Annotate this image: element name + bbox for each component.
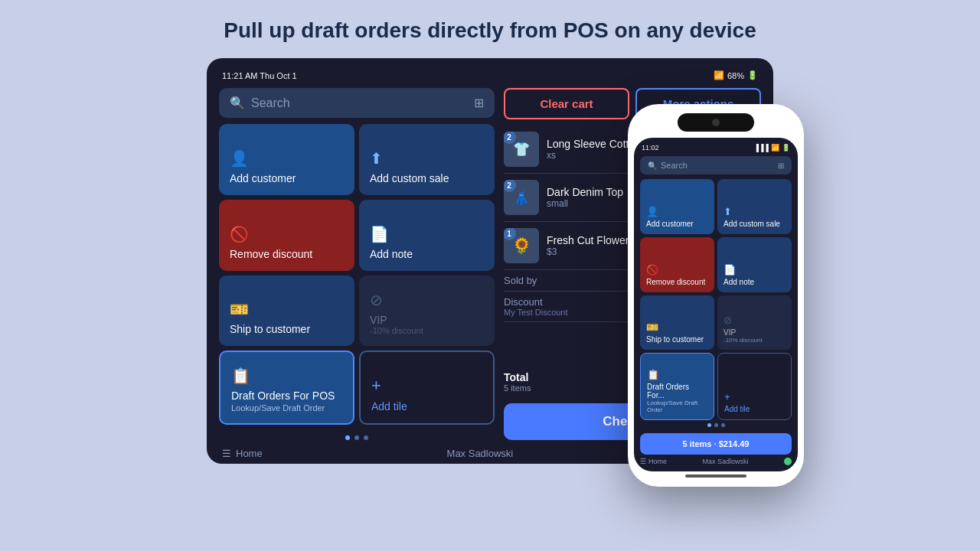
phone-page-dots: [640, 423, 792, 427]
vip-sublabel: -10% discount: [370, 326, 484, 335]
phone-tile-vip: ⊘ VIP -10% discount: [717, 295, 792, 350]
tile-add-customer[interactable]: 👤 Add customer: [219, 124, 354, 195]
tile-vip: ⊘ VIP -10% discount: [359, 276, 495, 347]
phone-search-left: 🔍 Search: [648, 161, 688, 170]
phone-home-label: Home: [648, 458, 667, 465]
barcode-icon[interactable]: ⊞: [474, 96, 484, 110]
phone-search-icon: 🔍: [648, 161, 657, 170]
phone-hamburger-icon: ☰: [640, 458, 646, 465]
discount-sublabel: My Test Discount: [504, 308, 568, 317]
total-info: Total 5 items: [504, 371, 531, 393]
phone-connected-dot: [784, 458, 792, 465]
tile-add-custom-sale[interactable]: ⬆ Add custom sale: [359, 124, 495, 195]
search-bar-left: 🔍 Search: [230, 96, 290, 110]
battery-bar: 🔋: [747, 70, 758, 80]
phone-add-note-icon: 📄: [724, 264, 786, 276]
add-tile-label: Add tile: [371, 400, 482, 412]
phone-wifi-icon: 📶: [771, 144, 779, 152]
vip-label: VIP: [370, 314, 484, 326]
sold-by-label: Sold by: [504, 275, 537, 286]
phone-status-right: ▐▐▐ 📶 🔋: [754, 144, 790, 152]
remove-discount-icon: 🚫: [230, 225, 344, 243]
phone-remove-discount-icon: 🚫: [646, 264, 708, 276]
phone-remove-discount-label: Remove discount: [646, 278, 708, 286]
add-note-label: Add note: [370, 248, 484, 260]
phone-tile-add-customer[interactable]: 👤 Add customer: [640, 179, 714, 234]
phone-status-bar: 11:02 ▐▐▐ 📶 🔋: [640, 144, 792, 152]
add-note-icon: 📄: [370, 225, 484, 243]
phone-draft-sublabel: Lookup/Save Draft Order: [647, 399, 707, 413]
phone-add-custom-sale-icon: ⬆: [724, 206, 786, 217]
phone-tile-add-custom-sale[interactable]: ⬆ Add custom sale: [717, 179, 792, 234]
phone-tile-add-note[interactable]: 📄 Add note: [717, 237, 792, 292]
draft-label: Draft Orders For POS: [231, 390, 342, 402]
tile-add-note[interactable]: 📄 Add note: [359, 200, 495, 271]
ship-icon: 🎫: [230, 300, 344, 318]
phone-battery-icon: 🔋: [782, 144, 790, 152]
phone-barcode-icon[interactable]: ⊞: [778, 161, 784, 170]
phone-tile-add-tile[interactable]: + Add tile: [717, 353, 792, 420]
item-image-1: 2 👕: [504, 132, 539, 167]
clear-cart-button[interactable]: Clear cart: [504, 88, 629, 119]
phone-add-customer-icon: 👤: [646, 206, 708, 217]
page-headline: Pull up draft orders directly from POS o…: [224, 18, 756, 43]
phone-vip-label: VIP: [724, 328, 786, 337]
tile-remove-discount[interactable]: 🚫 Remove discount: [219, 200, 354, 271]
phone-tiles-grid: 👤 Add customer ⬆ Add custom sale 🚫 Remov…: [640, 179, 792, 420]
phone-add-tile-icon: +: [724, 391, 785, 403]
discount-label: Discount: [504, 296, 568, 308]
left-panel: 🔍 Search ⊞ 👤 Add customer ⬆ Add cu: [219, 88, 495, 440]
phone-checkout-button[interactable]: 5 items · $214.49: [640, 433, 792, 455]
tablet-user-name: Max Sadlowski: [447, 448, 514, 459]
phone-time: 11:02: [642, 144, 659, 152]
phone-add-note-label: Add note: [724, 278, 786, 286]
home-label: Home: [236, 448, 263, 459]
front-camera: [712, 119, 720, 126]
phone-home-nav[interactable]: ☰ Home: [640, 458, 667, 465]
draft-sublabel: Lookup/Save Draft Order: [231, 403, 342, 412]
phone-tile-remove-discount[interactable]: 🚫 Remove discount: [640, 237, 714, 292]
phone-tile-ship[interactable]: 🎫 Ship to customer: [640, 295, 714, 350]
denim-icon: 👗: [513, 189, 530, 206]
flowers-icon: 🌻: [512, 238, 531, 253]
page-dots: [219, 435, 495, 440]
tile-draft-orders[interactable]: 📋 Draft Orders For POS Lookup/Save Draft…: [219, 350, 354, 425]
phone-ship-label: Ship to customer: [646, 335, 708, 344]
phone-notch: [678, 113, 754, 132]
phone-dot-3: [721, 423, 725, 427]
phone-search-text: Search: [661, 161, 688, 170]
remove-discount-label: Remove discount: [230, 248, 344, 260]
phone-bottom-bar: ☰ Home Max Sadlowski: [640, 458, 792, 465]
phone-add-custom-sale-label: Add custom sale: [724, 220, 786, 228]
phone-dot-1: [707, 423, 711, 427]
discount-info: Discount My Test Discount: [504, 296, 568, 317]
dot-2: [354, 435, 359, 440]
total-label: Total: [504, 371, 531, 383]
tile-ship-to-customer[interactable]: 🎫 Ship to customer: [219, 276, 354, 347]
item-image-3: 1 🌻: [504, 228, 539, 263]
draft-icon: 📋: [231, 367, 342, 385]
home-nav[interactable]: ☰ Home: [222, 448, 263, 459]
tile-add-tile[interactable]: + Add tile: [359, 350, 495, 425]
shirt-icon: 👕: [513, 141, 530, 158]
add-customer-label: Add customer: [230, 172, 344, 184]
phone-signal-icon: ▐▐▐: [754, 144, 769, 152]
ship-label: Ship to customer: [230, 323, 344, 335]
tablet-time: 11:21 AM Thu Oct 1: [222, 71, 297, 80]
dot-3: [364, 435, 368, 440]
phone-device: 11:02 ▐▐▐ 📶 🔋 🔍 Search ⊞ 👤 Ad: [628, 104, 804, 487]
phone-add-customer-label: Add customer: [646, 220, 708, 228]
phone-vip-icon: ⊘: [724, 315, 786, 326]
phone-ship-icon: 🎫: [646, 321, 708, 333]
item-image-2: 2 👗: [504, 180, 539, 215]
add-custom-sale-icon: ⬆: [370, 149, 484, 168]
search-icon: 🔍: [230, 96, 245, 110]
phone-search-bar[interactable]: 🔍 Search ⊞: [640, 156, 792, 174]
add-tile-icon: +: [371, 376, 482, 396]
phone-tile-draft-orders[interactable]: 📋 Draft Orders For... Lookup/Save Draft …: [640, 353, 714, 420]
battery-icon: 68%: [727, 71, 744, 80]
tablet-search-bar[interactable]: 🔍 Search ⊞: [219, 88, 495, 118]
hamburger-icon: ☰: [222, 448, 231, 459]
phone-dot-2: [714, 423, 718, 427]
phone-draft-label: Draft Orders For...: [647, 383, 707, 399]
